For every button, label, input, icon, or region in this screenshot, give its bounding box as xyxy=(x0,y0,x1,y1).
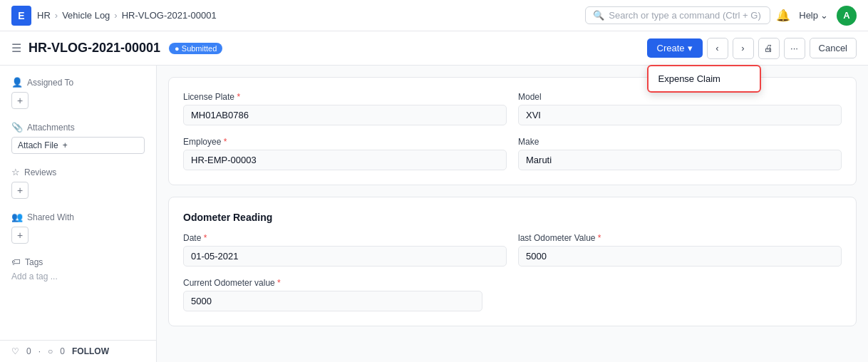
paperclip-icon: 📎 xyxy=(11,122,23,133)
shared-with-label: 👥 Shared With xyxy=(11,212,145,222)
breadcrumb-sep-1: › xyxy=(55,10,58,21)
sidebar: 👤 Assigned To + 📎 Attachments Attach Fil… xyxy=(0,66,157,362)
topnav-actions: 🔔 Help ⌄ A xyxy=(776,6,857,26)
date-input[interactable] xyxy=(183,246,507,267)
tag-icon: 🏷 xyxy=(11,257,21,267)
people-icon: 👥 xyxy=(11,212,23,222)
employee-input[interactable] xyxy=(183,150,507,170)
comments-count: 0 xyxy=(60,346,65,356)
search-bar[interactable]: 🔍 Search or type a command (Ctrl + G) xyxy=(585,6,770,24)
dot-separator: · xyxy=(38,346,41,356)
main-content: License Plate * Model Employee * xyxy=(157,66,868,362)
attach-file-label: Attach File xyxy=(18,140,58,150)
next-button[interactable]: › xyxy=(733,38,754,59)
search-placeholder-text: Search or type a command (Ctrl + G) xyxy=(609,10,761,21)
attach-file-plus-icon: + xyxy=(63,140,68,150)
assigned-to-label: 👤 Assigned To xyxy=(11,77,145,88)
reviews-section: ☆ Reviews + xyxy=(11,167,145,199)
star-icon: ☆ xyxy=(11,167,20,177)
add-tag-label[interactable]: Add a tag ... xyxy=(11,272,145,281)
create-dropdown-icon: ▾ xyxy=(688,43,693,53)
create-label: Create xyxy=(657,43,685,53)
user-avatar[interactable]: A xyxy=(837,6,857,26)
attach-file-button[interactable]: Attach File + xyxy=(11,137,145,154)
status-badge: ● Submitted xyxy=(169,43,222,54)
print-button[interactable]: 🖨 xyxy=(758,38,780,59)
add-shared-with-button[interactable]: + xyxy=(11,227,29,244)
help-button[interactable]: Help ⌄ xyxy=(799,10,828,21)
notification-bell-icon[interactable]: 🔔 xyxy=(776,9,790,22)
license-plate-input[interactable] xyxy=(183,105,507,125)
last-odometer-group: last Odometer Value * xyxy=(518,233,842,267)
license-plate-label: License Plate * xyxy=(183,92,507,102)
model-label: Model xyxy=(518,92,842,102)
employee-group: Employee * xyxy=(183,137,507,170)
page-actions: Create ▾ Expense Claim ‹ › 🖨 ··· Cancel xyxy=(647,38,857,59)
heart-icon: ♡ xyxy=(11,346,19,356)
model-group: Model xyxy=(518,92,842,125)
model-input[interactable] xyxy=(518,105,842,125)
help-chevron-icon: ⌄ xyxy=(820,10,828,21)
create-button[interactable]: Create ▾ xyxy=(647,38,703,58)
last-odometer-input[interactable] xyxy=(518,246,842,267)
current-odometer-group: Current Odometer value * xyxy=(183,278,507,311)
expense-claim-option[interactable]: Expense Claim xyxy=(649,66,760,91)
app-logo[interactable]: E xyxy=(11,6,31,26)
vehicle-info-card: License Plate * Model Employee * xyxy=(168,77,857,185)
more-options-button[interactable]: ··· xyxy=(784,38,805,59)
attachments-section: 📎 Attachments Attach File + xyxy=(11,122,145,154)
make-input[interactable] xyxy=(518,150,842,170)
add-review-button[interactable]: + xyxy=(11,182,29,199)
current-odometer-label: Current Odometer value * xyxy=(183,278,507,288)
odometer-card: Odometer Reading Date * last Odometer Va… xyxy=(168,197,857,326)
sidebar-footer: ♡ 0 · ○ 0 FOLLOW xyxy=(0,340,157,362)
tags-section: 🏷 Tags Add a tag ... xyxy=(11,257,145,281)
hamburger-icon[interactable]: ☰ xyxy=(11,41,21,55)
odometer-form-grid: Date * last Odometer Value * Current Odo… xyxy=(183,233,842,311)
user-icon: 👤 xyxy=(11,77,23,88)
attachments-label: 📎 Attachments xyxy=(11,122,145,133)
last-odometer-label: last Odometer Value * xyxy=(518,233,842,243)
license-plate-group: License Plate * xyxy=(183,92,507,125)
search-icon: 🔍 xyxy=(593,10,604,21)
comment-icon: ○ xyxy=(48,346,53,356)
top-navigation: E HR › Vehicle Log › HR-VLOG-2021-00001 … xyxy=(0,0,868,31)
body-layout: 👤 Assigned To + 📎 Attachments Attach Fil… xyxy=(0,66,868,362)
add-assigned-to-button[interactable]: + xyxy=(11,92,29,109)
follow-button[interactable]: FOLLOW xyxy=(72,346,109,356)
likes-count: 0 xyxy=(26,346,31,356)
breadcrumb-item-current: HR-VLOG-2021-00001 xyxy=(122,10,217,21)
help-label: Help xyxy=(799,10,818,21)
assigned-to-section: 👤 Assigned To + xyxy=(11,77,145,109)
breadcrumb: HR › Vehicle Log › HR-VLOG-2021-00001 xyxy=(37,10,217,21)
page-title: HR-VLOG-2021-00001 xyxy=(29,41,160,56)
breadcrumb-item-vehicle-log[interactable]: Vehicle Log xyxy=(62,10,110,21)
page-header: ☰ HR-VLOG-2021-00001 ● Submitted Create … xyxy=(0,31,868,66)
shared-with-section: 👥 Shared With + xyxy=(11,212,145,244)
create-dropdown-menu: Expense Claim xyxy=(647,65,761,93)
prev-button[interactable]: ‹ xyxy=(707,38,728,59)
breadcrumb-sep-2: › xyxy=(114,10,117,21)
breadcrumb-item-hr[interactable]: HR xyxy=(37,10,51,21)
odometer-section-title: Odometer Reading xyxy=(183,212,842,223)
tags-label: 🏷 Tags xyxy=(11,257,145,267)
make-group: Make xyxy=(518,137,842,170)
vehicle-form-grid: License Plate * Model Employee * xyxy=(183,92,842,170)
make-label: Make xyxy=(518,137,842,147)
current-odometer-input[interactable] xyxy=(183,291,482,311)
date-label: Date * xyxy=(183,233,507,243)
cancel-button[interactable]: Cancel xyxy=(810,38,857,58)
employee-label: Employee * xyxy=(183,137,507,147)
date-group: Date * xyxy=(183,233,507,267)
reviews-label: ☆ Reviews xyxy=(11,167,145,177)
